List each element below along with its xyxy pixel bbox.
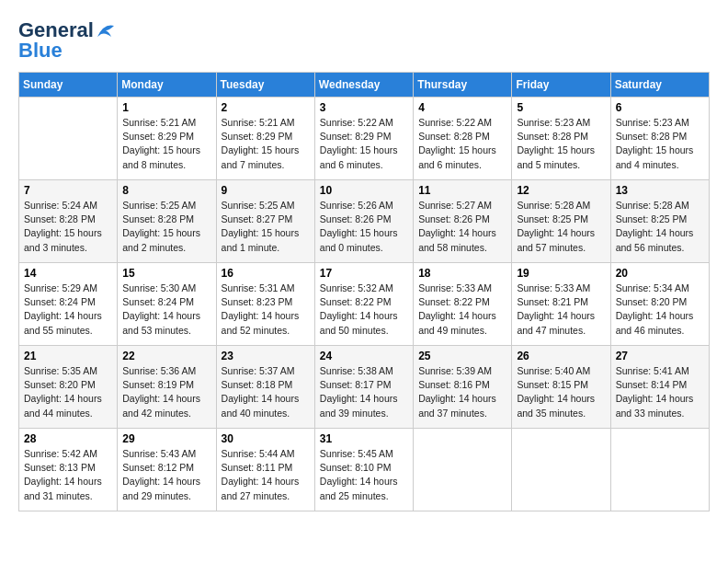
day-number: 8 <box>122 184 210 197</box>
day-number: 31 <box>320 432 408 445</box>
day-number: 15 <box>122 267 210 280</box>
day-number: 26 <box>517 350 605 362</box>
calendar-cell: 1Sunrise: 5:21 AM Sunset: 8:29 PM Daylig… <box>118 98 216 180</box>
day-info: Sunrise: 5:26 AM Sunset: 8:26 PM Dayligh… <box>320 199 408 255</box>
day-number: 7 <box>24 184 112 197</box>
calendar-cell: 26Sunrise: 5:40 AM Sunset: 8:15 PM Dayli… <box>512 346 610 429</box>
logo-bird-icon <box>96 22 116 39</box>
day-number: 16 <box>222 267 310 280</box>
calendar-cell: 4Sunrise: 5:22 AM Sunset: 8:28 PM Daylig… <box>414 98 512 180</box>
calendar-cell: 21Sunrise: 5:35 AM Sunset: 8:20 PM Dayli… <box>19 346 118 429</box>
calendar-cell: 12Sunrise: 5:28 AM Sunset: 8:25 PM Dayli… <box>512 180 610 263</box>
day-number: 27 <box>616 350 704 362</box>
day-number: 4 <box>418 101 506 114</box>
day-info: Sunrise: 5:44 AM Sunset: 8:11 PM Dayligh… <box>222 447 310 503</box>
day-info: Sunrise: 5:25 AM Sunset: 8:28 PM Dayligh… <box>122 199 210 255</box>
calendar-cell: 29Sunrise: 5:43 AM Sunset: 8:12 PM Dayli… <box>118 429 216 511</box>
day-number: 20 <box>616 267 704 280</box>
day-number: 25 <box>418 350 506 362</box>
dow-header-wednesday: Wednesday <box>314 73 413 98</box>
day-info: Sunrise: 5:30 AM Sunset: 8:24 PM Dayligh… <box>122 282 210 338</box>
day-number: 21 <box>24 350 112 362</box>
day-number: 6 <box>616 101 704 114</box>
calendar-cell: 10Sunrise: 5:26 AM Sunset: 8:26 PM Dayli… <box>314 180 413 263</box>
day-number: 22 <box>122 350 210 362</box>
day-info: Sunrise: 5:35 AM Sunset: 8:20 PM Dayligh… <box>24 364 112 420</box>
dow-header-friday: Friday <box>512 73 610 98</box>
calendar-cell: 16Sunrise: 5:31 AM Sunset: 8:23 PM Dayli… <box>216 263 314 346</box>
day-info: Sunrise: 5:43 AM Sunset: 8:12 PM Dayligh… <box>122 447 210 503</box>
day-number: 14 <box>24 267 112 280</box>
day-number: 23 <box>222 350 310 362</box>
calendar-cell <box>414 429 512 511</box>
calendar-cell: 18Sunrise: 5:33 AM Sunset: 8:22 PM Dayli… <box>414 263 512 346</box>
calendar-cell: 22Sunrise: 5:36 AM Sunset: 8:19 PM Dayli… <box>118 346 216 429</box>
calendar-table: SundayMondayTuesdayWednesdayThursdayFrid… <box>18 72 710 511</box>
day-info: Sunrise: 5:42 AM Sunset: 8:13 PM Dayligh… <box>24 447 112 503</box>
calendar-cell: 19Sunrise: 5:33 AM Sunset: 8:21 PM Dayli… <box>512 263 610 346</box>
day-number: 3 <box>320 101 408 114</box>
day-number: 28 <box>24 432 112 445</box>
day-number: 29 <box>122 432 210 445</box>
day-number: 1 <box>122 101 210 114</box>
calendar-cell: 20Sunrise: 5:34 AM Sunset: 8:20 PM Dayli… <box>610 263 709 346</box>
day-number: 9 <box>222 184 310 197</box>
day-number: 12 <box>517 184 605 197</box>
dow-header-thursday: Thursday <box>414 73 512 98</box>
day-info: Sunrise: 5:25 AM Sunset: 8:27 PM Dayligh… <box>222 199 310 255</box>
day-number: 11 <box>418 184 506 197</box>
day-info: Sunrise: 5:24 AM Sunset: 8:28 PM Dayligh… <box>24 199 112 255</box>
calendar-cell <box>512 429 610 511</box>
day-info: Sunrise: 5:40 AM Sunset: 8:15 PM Dayligh… <box>517 364 605 420</box>
calendar-cell: 28Sunrise: 5:42 AM Sunset: 8:13 PM Dayli… <box>19 429 118 511</box>
calendar-cell: 17Sunrise: 5:32 AM Sunset: 8:22 PM Dayli… <box>314 263 413 346</box>
logo-blue-text: Blue <box>18 39 63 63</box>
day-number: 10 <box>320 184 408 197</box>
calendar-cell: 31Sunrise: 5:45 AM Sunset: 8:10 PM Dayli… <box>314 429 413 511</box>
calendar-cell: 27Sunrise: 5:41 AM Sunset: 8:14 PM Dayli… <box>610 346 709 429</box>
calendar-cell: 2Sunrise: 5:21 AM Sunset: 8:29 PM Daylig… <box>216 98 314 180</box>
day-info: Sunrise: 5:22 AM Sunset: 8:29 PM Dayligh… <box>320 116 408 172</box>
day-info: Sunrise: 5:38 AM Sunset: 8:17 PM Dayligh… <box>320 364 408 420</box>
day-number: 13 <box>616 184 704 197</box>
day-info: Sunrise: 5:36 AM Sunset: 8:19 PM Dayligh… <box>122 364 210 420</box>
calendar-cell: 13Sunrise: 5:28 AM Sunset: 8:25 PM Dayli… <box>610 180 709 263</box>
day-info: Sunrise: 5:23 AM Sunset: 8:28 PM Dayligh… <box>616 116 704 172</box>
day-info: Sunrise: 5:39 AM Sunset: 8:16 PM Dayligh… <box>418 364 506 420</box>
day-info: Sunrise: 5:34 AM Sunset: 8:20 PM Dayligh… <box>616 282 704 338</box>
day-info: Sunrise: 5:21 AM Sunset: 8:29 PM Dayligh… <box>122 116 210 172</box>
dow-header-tuesday: Tuesday <box>216 73 314 98</box>
day-number: 5 <box>517 101 605 114</box>
page-header: General Blue <box>18 18 710 63</box>
day-info: Sunrise: 5:33 AM Sunset: 8:21 PM Dayligh… <box>517 282 605 338</box>
day-info: Sunrise: 5:21 AM Sunset: 8:29 PM Dayligh… <box>222 116 310 172</box>
calendar-cell <box>19 98 118 180</box>
day-info: Sunrise: 5:22 AM Sunset: 8:28 PM Dayligh… <box>418 116 506 172</box>
calendar-cell: 7Sunrise: 5:24 AM Sunset: 8:28 PM Daylig… <box>19 180 118 263</box>
calendar-cell <box>610 429 709 511</box>
day-number: 2 <box>222 101 310 114</box>
calendar-cell: 25Sunrise: 5:39 AM Sunset: 8:16 PM Dayli… <box>414 346 512 429</box>
day-info: Sunrise: 5:28 AM Sunset: 8:25 PM Dayligh… <box>517 199 605 255</box>
logo: General Blue <box>18 18 117 63</box>
day-info: Sunrise: 5:23 AM Sunset: 8:28 PM Dayligh… <box>517 116 605 172</box>
calendar-cell: 5Sunrise: 5:23 AM Sunset: 8:28 PM Daylig… <box>512 98 610 180</box>
day-info: Sunrise: 5:29 AM Sunset: 8:24 PM Dayligh… <box>24 282 112 338</box>
day-info: Sunrise: 5:37 AM Sunset: 8:18 PM Dayligh… <box>222 364 310 420</box>
day-info: Sunrise: 5:28 AM Sunset: 8:25 PM Dayligh… <box>616 199 704 255</box>
day-number: 18 <box>418 267 506 280</box>
calendar-cell: 14Sunrise: 5:29 AM Sunset: 8:24 PM Dayli… <box>19 263 118 346</box>
dow-header-sunday: Sunday <box>19 73 118 98</box>
calendar-cell: 3Sunrise: 5:22 AM Sunset: 8:29 PM Daylig… <box>314 98 413 180</box>
day-number: 17 <box>320 267 408 280</box>
calendar-cell: 6Sunrise: 5:23 AM Sunset: 8:28 PM Daylig… <box>610 98 709 180</box>
day-info: Sunrise: 5:27 AM Sunset: 8:26 PM Dayligh… <box>418 199 506 255</box>
day-info: Sunrise: 5:33 AM Sunset: 8:22 PM Dayligh… <box>418 282 506 338</box>
day-info: Sunrise: 5:41 AM Sunset: 8:14 PM Dayligh… <box>616 364 704 420</box>
calendar-cell: 23Sunrise: 5:37 AM Sunset: 8:18 PM Dayli… <box>216 346 314 429</box>
dow-header-saturday: Saturday <box>610 73 709 98</box>
day-number: 24 <box>320 350 408 362</box>
calendar-cell: 8Sunrise: 5:25 AM Sunset: 8:28 PM Daylig… <box>118 180 216 263</box>
dow-header-monday: Monday <box>118 73 216 98</box>
day-number: 30 <box>222 432 310 445</box>
